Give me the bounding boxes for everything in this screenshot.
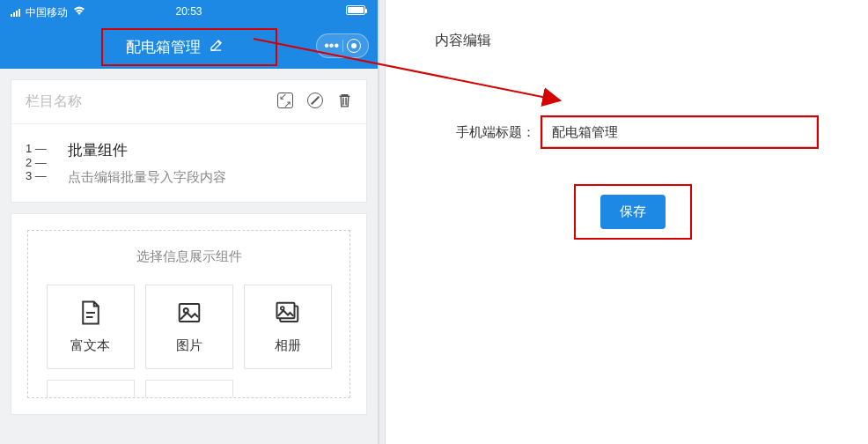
more-icon[interactable]: ••• [324,38,339,54]
svg-rect-0 [179,304,199,322]
phone-status-bar: 中国移动 20:53 配电箱管理 ••• [0,0,378,69]
component-label: 相册 [275,337,301,354]
component-richtext[interactable]: 富文本 [47,285,135,369]
editor-heading: 内容编辑 [435,32,850,50]
wifi-icon [73,6,85,18]
component-heading: 选择信息展示组件 [40,248,337,265]
column-tools [277,92,352,111]
component-album[interactable]: 相册 [244,285,332,369]
doc-icon [77,300,104,329]
column-card: 栏目名称 1 —2 —3 — 批量组件 点击编辑批量导入字段内容 [11,79,367,203]
component-partial[interactable] [47,380,135,397]
phone-preview-panel: 中国移动 20:53 配电箱管理 ••• 栏目名称 [0,0,379,444]
column-header: 栏目名称 [11,80,366,124]
editor-panel: 内容编辑 手机端标题： 保存 [386,0,868,444]
component-grid: 富文本 图片 相册 [40,285,337,369]
image-icon [176,300,202,329]
component-selector-card: 选择信息展示组件 富文本 图片 [11,213,367,415]
trash-icon[interactable] [337,92,352,111]
component-dashed-box: 选择信息展示组件 富文本 图片 [27,230,350,398]
batch-title: 批量组件 [68,140,226,160]
close-target-icon[interactable] [347,39,361,53]
mobile-title-input[interactable] [542,117,817,147]
status-top: 中国移动 20:53 [0,0,378,25]
disable-icon[interactable] [307,92,323,108]
svg-rect-3 [276,303,294,319]
title-input-highlight [541,115,819,149]
component-grid-row2 [40,380,337,397]
battery-icon [346,5,365,18]
component-image[interactable]: 图片 [145,285,233,369]
expand-icon[interactable] [277,92,293,108]
edit-icon [210,39,223,55]
signal-bars-icon [11,8,20,17]
component-label: 富文本 [70,337,110,354]
signal-area: 中国移动 [11,5,85,20]
carrier-label: 中国移动 [26,5,68,20]
panel-divider [379,0,386,444]
component-partial[interactable] [145,380,233,397]
control-divider [342,40,343,52]
column-name-placeholder[interactable]: 栏目名称 [26,92,277,111]
miniapp-controls[interactable]: ••• [316,33,369,58]
title-field-row: 手机端标题： [456,115,850,149]
component-label: 图片 [176,337,202,354]
batch-component-row[interactable]: 1 —2 —3 — 批量组件 点击编辑批量导入字段内容 [11,124,366,202]
save-button[interactable]: 保存 [600,195,666,229]
status-time: 20:53 [175,5,202,18]
phone-title-text: 配电箱管理 [126,37,201,57]
batch-text: 批量组件 点击编辑批量导入字段内容 [68,140,226,186]
save-button-highlight: 保存 [574,184,692,240]
list-icon: 1 —2 —3 — [26,140,52,183]
album-icon [275,300,301,329]
title-field-label: 手机端标题： [456,124,535,141]
batch-desc: 点击编辑批量导入字段内容 [68,169,226,186]
phone-title-highlight[interactable]: 配电箱管理 [101,28,277,66]
